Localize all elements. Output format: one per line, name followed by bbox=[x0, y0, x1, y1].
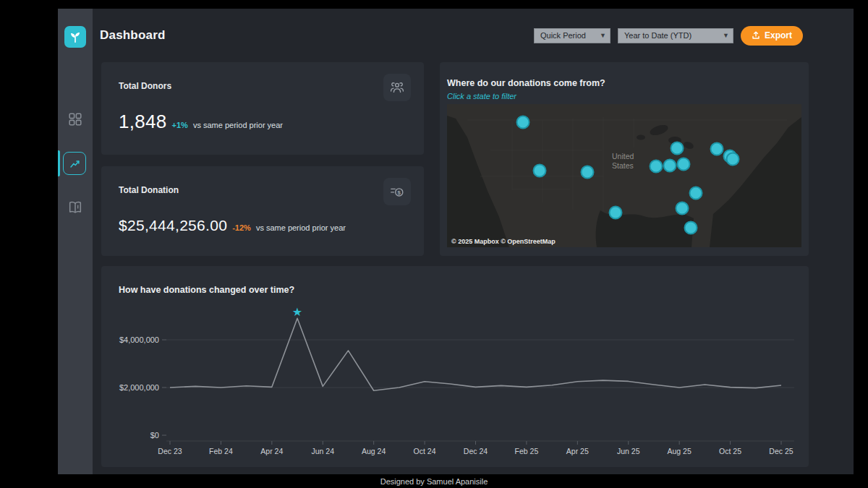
total-donation-value: $25,444,256.00 bbox=[119, 217, 227, 234]
app-logo[interactable] bbox=[64, 26, 86, 48]
map-marker[interactable] bbox=[581, 166, 595, 179]
donations-line-chart: $0$2,000,000$4,000,000Dec 23Feb 24Apr 24… bbox=[109, 294, 803, 467]
sidebar bbox=[58, 9, 93, 474]
country-label: United bbox=[612, 152, 634, 160]
sidebar-item-home[interactable] bbox=[67, 111, 83, 127]
header-controls: Quick Period ▼ Year to Date (YTD) ▼ Expo… bbox=[534, 26, 803, 46]
y-tick-label: $2,000,000 bbox=[119, 383, 159, 392]
x-tick-label: Apr 24 bbox=[260, 447, 283, 455]
x-tick-label: Dec 25 bbox=[769, 447, 793, 455]
map-marker[interactable] bbox=[671, 141, 684, 155]
map-attribution: © 2025 Mapbox © OpenStreetMap bbox=[451, 238, 556, 245]
x-tick-label: Feb 24 bbox=[209, 447, 233, 455]
kpi-icon-box: $ bbox=[383, 178, 411, 205]
x-tick-label: Jun 24 bbox=[311, 447, 334, 455]
donations-map-card: Where do our donations come from? Click … bbox=[440, 62, 809, 256]
donation-money-icon: $ bbox=[389, 184, 405, 200]
donors-group-icon bbox=[389, 80, 405, 95]
main-content: Dashboard Quick Period ▼ Year to Date (Y… bbox=[93, 9, 854, 474]
total-donation-card: Total Donation $ $25,444,256.00 -12% vs … bbox=[101, 166, 424, 256]
sidebar-item-guide[interactable] bbox=[67, 200, 83, 215]
x-tick-label: Aug 25 bbox=[668, 447, 692, 455]
donors-delta-note: vs same period prior year bbox=[193, 121, 283, 129]
active-nav-indicator bbox=[58, 150, 60, 176]
x-tick-label: Jun 25 bbox=[617, 447, 640, 455]
us-map-graphic: United States bbox=[447, 104, 801, 247]
x-tick-label: Oct 24 bbox=[414, 447, 436, 455]
donations-over-time-card: How have donations changed over time? $0… bbox=[101, 266, 809, 467]
period-select[interactable]: Year to Date (YTD) ▼ bbox=[618, 28, 733, 43]
header: Dashboard Quick Period ▼ Year to Date (Y… bbox=[93, 9, 854, 62]
kpi-value-row: $25,444,256.00 -12% vs same period prior… bbox=[119, 217, 346, 234]
map-marker[interactable] bbox=[726, 153, 739, 166]
kpi-icon-box bbox=[383, 74, 411, 101]
quick-period-value: Quick Period bbox=[540, 31, 586, 40]
us-map[interactable]: United States © 2025 Mapbox © OpenStreet… bbox=[447, 104, 801, 247]
kpi-title: Total Donation bbox=[119, 185, 179, 195]
x-tick-label: Apr 25 bbox=[566, 447, 589, 455]
sidebar-item-analytics[interactable] bbox=[63, 152, 86, 175]
y-tick-label: $4,000,000 bbox=[119, 335, 159, 344]
footer-credit: Designed by Samuel Apanisile bbox=[0, 477, 868, 486]
upload-icon bbox=[752, 31, 760, 40]
x-tick-label: Dec 24 bbox=[464, 447, 488, 455]
book-guide-icon bbox=[67, 200, 83, 215]
period-value: Year to Date (YTD) bbox=[624, 31, 692, 40]
quick-period-select[interactable]: Quick Period ▼ bbox=[534, 28, 610, 43]
chevron-down-icon: ▼ bbox=[600, 32, 606, 39]
map-marker[interactable] bbox=[689, 186, 702, 200]
map-marker[interactable] bbox=[676, 157, 690, 171]
kpi-title: Total Donors bbox=[119, 81, 171, 91]
map-marker[interactable] bbox=[650, 159, 663, 173]
map-marker[interactable] bbox=[609, 206, 623, 220]
x-tick-label: Oct 25 bbox=[719, 447, 741, 455]
map-marker[interactable] bbox=[684, 221, 698, 235]
app-window: Dashboard Quick Period ▼ Year to Date (Y… bbox=[58, 9, 854, 474]
donation-delta-badge: -12% bbox=[232, 223, 251, 232]
chevron-down-icon: ▼ bbox=[723, 32, 729, 39]
country-label: States bbox=[612, 161, 634, 170]
map-filter-hint[interactable]: Click a state to filter bbox=[447, 92, 516, 100]
map-marker[interactable] bbox=[532, 164, 546, 178]
page-title: Dashboard bbox=[100, 28, 166, 43]
map-marker[interactable] bbox=[675, 201, 689, 215]
donations-line bbox=[170, 318, 781, 390]
sprout-logo-icon bbox=[67, 29, 83, 45]
trend-chart-icon bbox=[67, 156, 82, 171]
total-donors-card: Total Donors 1,848 +1% vs same period bbox=[101, 62, 424, 155]
export-button[interactable]: Export bbox=[741, 26, 803, 46]
donors-delta-badge: +1% bbox=[172, 121, 188, 129]
svg-text:$: $ bbox=[398, 189, 401, 196]
x-tick-label: Feb 25 bbox=[515, 447, 539, 455]
map-marker[interactable] bbox=[516, 115, 529, 129]
total-donors-value: 1,848 bbox=[119, 111, 167, 133]
map-marker[interactable] bbox=[663, 158, 677, 172]
donation-delta-note: vs same period prior year bbox=[256, 223, 346, 232]
map-marker[interactable] bbox=[710, 142, 723, 155]
export-label: Export bbox=[765, 30, 792, 40]
peak-star-marker: ★ bbox=[292, 306, 302, 318]
x-tick-label: Dec 23 bbox=[158, 447, 182, 455]
grid-dashboard-icon bbox=[67, 111, 83, 127]
kpi-value-row: 1,848 +1% vs same period prior year bbox=[119, 111, 283, 133]
map-title: Where do our donations come from? bbox=[447, 78, 605, 88]
y-tick-label: $0 bbox=[150, 431, 159, 440]
x-tick-label: Aug 24 bbox=[362, 447, 386, 455]
